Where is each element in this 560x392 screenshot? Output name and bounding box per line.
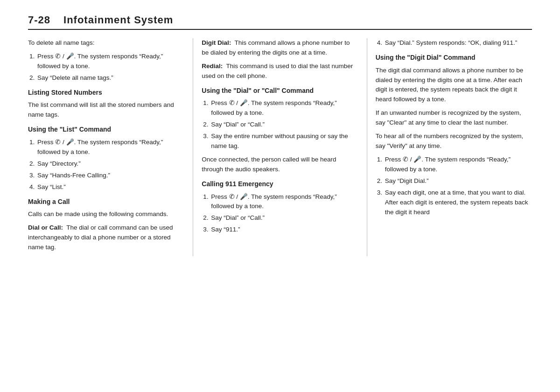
list-item: Press ✆ / 🎤. The system responds “Ready,… (36, 138, 184, 157)
delete-steps-list: Press ✆ / 🎤. The system responds “Ready,… (36, 52, 184, 83)
digit-dial-cmd-steps: Press ✆ / 🎤. The system responds “Ready,… (384, 155, 532, 217)
list-item: Say “Directory.” (36, 159, 184, 169)
dial-call-heading: Using the "Dial" or "Call" Command (202, 86, 358, 96)
dial-call-steps: Press ✆ / 🎤. The system responds “Ready,… (210, 98, 358, 151)
column-2: Digit Dial: This command allows a phone … (193, 38, 367, 256)
list-item: Say “Digit Dial.” (384, 176, 532, 186)
listing-stored-heading: Listing Stored Numbers (28, 88, 184, 98)
digit-dial-label: Digit Dial: (202, 39, 231, 46)
list-item: Say “Dial” or “Call.” (210, 213, 358, 223)
making-call-heading: Making a Call (28, 197, 184, 207)
redial-desc: Redial: This command is used to dial the… (202, 62, 358, 81)
redial-text: This command is used to dial the last nu… (202, 63, 353, 79)
list-item: Say “List.” (36, 182, 184, 192)
list-item: Say “Delete all name tags.” (36, 73, 184, 83)
list-item: Say each digit, one at a time, that you … (384, 188, 532, 217)
list-item: Press ✆ / 🎤. The system responds “Ready,… (384, 155, 532, 175)
connected-note: Once connected, the person called will b… (202, 155, 358, 175)
list-item: Press ✆ / 🎤. The system responds “Ready,… (210, 192, 358, 212)
digit-dial-desc: Digit Dial: This command allows a phone … (202, 38, 358, 58)
list-cmd-steps: Press ✆ / 🎤. The system responds “Ready,… (36, 138, 184, 192)
page-number: 7-28 (28, 14, 50, 26)
calling-911-steps: Press ✆ / 🎤. The system responds “Ready,… (210, 192, 358, 235)
listing-desc: The list command will list all the store… (28, 100, 184, 120)
digit-dial-cmd-desc: The digit dial command allows a phone nu… (376, 66, 532, 105)
page-title: Infotainment System (63, 14, 173, 26)
list-item: Say “911.” (210, 225, 358, 235)
redial-label: Redial: (202, 63, 223, 70)
dial-or-call-label: Dial or Call: (28, 224, 63, 231)
column-3: Say “Dial.” System responds: “OK, dialin… (367, 38, 532, 256)
page: 7-28 Infotainment System To delete all n… (0, 0, 560, 270)
list-item: Say “Hands-Free Calling.” (36, 171, 184, 181)
list-item: Say the entire number without pausing or… (210, 132, 358, 151)
list-item: Say “Dial.” System responds: “OK, dialin… (384, 38, 532, 48)
content-columns: To delete all name tags: Press ✆ / 🎤. Th… (28, 38, 532, 256)
list-item: Press ✆ / 🎤. The system responds “Ready,… (210, 98, 358, 118)
col3-step4-list: Say “Dial.” System responds: “OK, dialin… (384, 38, 532, 48)
making-call-desc: Calls can be made using the following co… (28, 210, 184, 219)
verify-note: To hear all of the numbers recognized by… (376, 132, 532, 151)
column-1: To delete all name tags: Press ✆ / 🎤. Th… (28, 38, 193, 256)
list-item: Press ✆ / 🎤. The system responds “Ready,… (36, 52, 184, 71)
list-item: Say “Dial” or “Call.” (210, 120, 358, 130)
unwanted-note: If an unwanted number is recognized by t… (376, 108, 532, 128)
delete-intro: To delete all name tags: (28, 38, 184, 48)
digit-dial-cmd-heading: Using the "Digit Dial" Command (376, 53, 532, 63)
page-header: 7-28 Infotainment System (28, 14, 532, 30)
list-cmd-heading: Using the "List" Command (28, 125, 184, 135)
dial-or-call-desc: Dial or Call: The dial or call command c… (28, 223, 184, 252)
calling-911-heading: Calling 911 Emergency (202, 179, 358, 189)
